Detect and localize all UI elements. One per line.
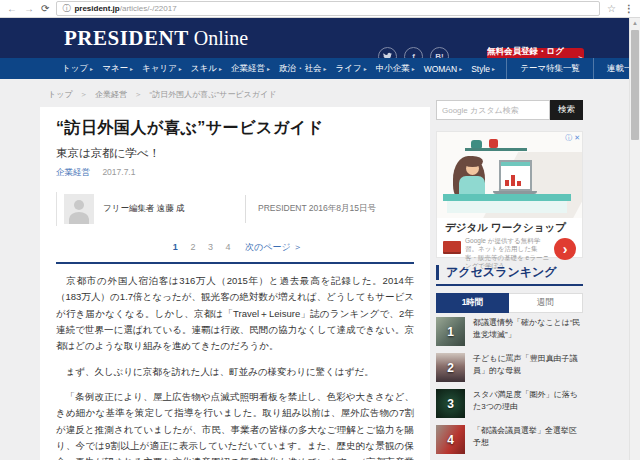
- refresh-icon[interactable]: ⟳: [41, 4, 49, 14]
- page-number-2[interactable]: 2: [190, 242, 195, 252]
- nav-item-politics[interactable]: 政治・社会▸: [279, 63, 327, 75]
- scrollbar-thumb[interactable]: [631, 30, 639, 140]
- avatar-head-icon: [74, 200, 84, 210]
- nav-item-sme[interactable]: 中小企業▸: [376, 63, 415, 75]
- ranking-title: アクセスランキング: [436, 265, 583, 280]
- chevron-down-icon: ▸: [219, 65, 222, 72]
- rank-number: 2: [436, 353, 465, 382]
- breadcrumb-current: “訪日外国人が喜ぶ”サービスガイド: [150, 90, 277, 99]
- chevron-down-icon: ▸: [412, 65, 415, 72]
- chevron-down-icon: ▸: [459, 65, 462, 72]
- nav-item-money[interactable]: マネー▸: [102, 63, 133, 75]
- article-body: 京都市の外国人宿泊客は316万人（2015年）と過去最高を記録した。2014年（…: [56, 273, 414, 460]
- ad-cta-button[interactable]: ›: [554, 238, 576, 260]
- page-number-4[interactable]: 4: [225, 242, 230, 252]
- nav-label: 政治・社会: [279, 63, 322, 75]
- publish-date: 2017.7.1: [102, 167, 135, 177]
- magazine-source: PRESIDENT 2016年8月15日号: [258, 203, 376, 215]
- nav-item-top[interactable]: トップ▸: [62, 63, 93, 75]
- page-number-3[interactable]: 3: [208, 242, 213, 252]
- nav-label: トップ: [62, 63, 88, 75]
- ranking-item-title: スタバ満足度「圏外」に落ちた3つの理由: [473, 389, 583, 418]
- breadcrumb-separator: ＞: [80, 90, 88, 99]
- next-page-label: 次のページ: [245, 242, 291, 252]
- ranking-item-3[interactable]: 3 スタバ満足度「圏外」に落ちた3つの理由: [436, 389, 583, 418]
- category-link[interactable]: 企業経営: [56, 167, 90, 177]
- breadcrumb-top[interactable]: トップ: [48, 90, 73, 99]
- thumbnail: 4: [436, 425, 465, 454]
- address-bar[interactable]: ⓘ president.jp/articles/-/22017: [56, 1, 600, 16]
- breadcrumb-category[interactable]: 企業経営: [95, 90, 127, 99]
- desk-front-illustration: [447, 201, 567, 213]
- section-divider: [56, 262, 414, 264]
- avatar: [64, 194, 94, 224]
- woman-torso-illustration: [459, 176, 485, 194]
- browser-toolbar: ← → ⟳ ⓘ president.jp/articles/-/22017 ☆ …: [0, 0, 640, 18]
- ranking-item-1[interactable]: 1 都議選情勢「確かなことは“民進党壊滅”」: [436, 317, 583, 346]
- ranking-item-title: 「都議会議員選挙」全選挙区予想: [473, 425, 583, 454]
- nav-item-skill[interactable]: スキル▸: [191, 63, 222, 75]
- nav-label: ライフ: [336, 63, 362, 75]
- thumbnail: 1: [436, 317, 465, 346]
- browser-window: ← → ⟳ ⓘ president.jp/articles/-/22017 ☆ …: [0, 0, 640, 460]
- breadcrumb-separator: ＞: [134, 90, 142, 99]
- ad-close-icon[interactable]: ✕: [574, 134, 580, 141]
- shelf-illustration: [465, 148, 527, 151]
- thumbnail: 3: [436, 389, 465, 418]
- teapot-illustration: [471, 140, 482, 148]
- ranking-section-header: アクセスランキング: [436, 265, 583, 286]
- scrollbar-up-icon[interactable]: ▲: [630, 18, 640, 28]
- browser-menu-icon[interactable]: ⋮: [624, 3, 634, 14]
- ranking-item-2[interactable]: 2 子どもに罵声「豊田真由子議員」的な母親: [436, 353, 583, 382]
- nav-item-style[interactable]: Style▸: [471, 64, 495, 74]
- ranking-list: 1 都議選情勢「確かなことは“民進党壊滅”」 2 子どもに罵声「豊田真由子議員」…: [436, 317, 583, 460]
- tab-1hour[interactable]: 1時間: [436, 293, 509, 313]
- forward-icon[interactable]: →: [24, 4, 34, 14]
- rank-number: 3: [436, 389, 465, 418]
- nav-link-group: テーマ特集一覧 連載一覧 著者一覧: [506, 58, 640, 79]
- ranking-item-title: 都議選情勢「確かなことは“民進党壊滅”」: [473, 317, 583, 346]
- nav-label: キャリア: [142, 63, 177, 75]
- page-number-current: 1: [173, 242, 178, 252]
- nav-label: WOMAN: [424, 64, 458, 74]
- chevron-down-icon: ▸: [130, 65, 133, 72]
- chevron-down-icon: ▸: [179, 65, 182, 72]
- next-page-link[interactable]: 次のページ ＞: [245, 242, 302, 252]
- ad-banner[interactable]: ⓘ✕ デジタル ワークショップ Google が提供する無料学習。ネットを活用し…: [436, 131, 583, 258]
- chevron-right-icon: ＞: [293, 242, 302, 252]
- desk-illustration: [443, 194, 571, 201]
- bar-chart-illustration: [505, 175, 521, 186]
- ad-title: デジタル ワークショップ: [445, 221, 574, 235]
- page-info-icon[interactable]: ⓘ: [62, 3, 70, 14]
- ranking-item-title: 子どもに罵声「豊田真由子議員」的な母親: [473, 353, 583, 382]
- search-input[interactable]: [436, 100, 550, 120]
- spool-illustration: [489, 139, 498, 148]
- nav-label: Style: [471, 64, 490, 74]
- main-nav: トップ▸ マネー▸ キャリア▸ スキル▸ 企業経営▸ 政治・社会▸ ライフ▸ 中…: [0, 58, 629, 79]
- nav-item-management[interactable]: 企業経営▸: [231, 63, 270, 75]
- nav-label: スキル: [191, 63, 217, 75]
- author-name: フリー編集者 遠藤 成: [103, 203, 233, 215]
- ad-info-icon[interactable]: ⓘ: [565, 134, 572, 141]
- nav-item-woman[interactable]: WOMAN▸: [424, 64, 463, 74]
- ad-logo: [443, 241, 461, 252]
- nav-item-career[interactable]: キャリア▸: [142, 63, 182, 75]
- ranking-item-4[interactable]: 4 「都議会議員選挙」全選挙区予想: [436, 425, 583, 454]
- pagination: 1 2 3 4 次のページ ＞: [56, 241, 414, 254]
- site-logo[interactable]: PRESIDENTOnline: [64, 26, 248, 51]
- back-icon[interactable]: ←: [7, 4, 17, 14]
- search-button[interactable]: 検索: [550, 100, 583, 120]
- bookmark-star-icon[interactable]: ☆: [607, 3, 616, 14]
- woman-hair-top-illustration: [462, 156, 483, 167]
- laptop-illustration: [499, 160, 532, 191]
- url-host: president.jp: [74, 4, 119, 13]
- tab-weekly[interactable]: 週間: [509, 293, 583, 313]
- thumbnail: 2: [436, 353, 465, 382]
- ranking-tabs: 1時間 週間: [436, 293, 583, 313]
- nav-item-life[interactable]: ライフ▸: [336, 63, 367, 75]
- nav-label: マネー: [102, 63, 128, 75]
- page-scrollbar[interactable]: ▲: [629, 18, 640, 460]
- breadcrumb: トップ ＞ 企業経営 ＞ “訪日外国人が喜ぶ”サービスガイド: [48, 89, 276, 100]
- nav-link-theme-list[interactable]: テーマ特集一覧: [506, 58, 593, 79]
- adchoices: ⓘ✕: [563, 133, 580, 143]
